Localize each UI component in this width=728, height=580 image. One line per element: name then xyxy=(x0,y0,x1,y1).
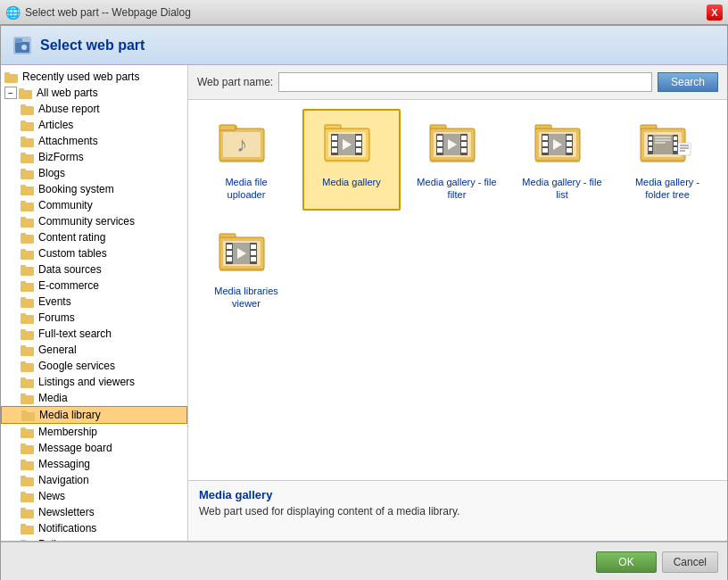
folder-icon xyxy=(21,344,35,356)
svg-rect-43 xyxy=(21,377,26,380)
sidebar-item-news[interactable]: News xyxy=(1,488,187,504)
folder-icon xyxy=(21,360,35,372)
sidebar-item-media-library[interactable]: Media library xyxy=(1,406,187,424)
svg-rect-18 xyxy=(21,186,34,195)
search-input[interactable] xyxy=(278,72,652,92)
folder-icon xyxy=(21,120,35,131)
sidebar-item-custom-tables[interactable]: Custom tables xyxy=(1,245,187,261)
sidebar-item-attachments[interactable]: Attachments xyxy=(1,133,187,149)
svg-rect-120 xyxy=(542,148,548,153)
ok-button[interactable]: OK xyxy=(596,551,656,573)
sidebar-item-media[interactable]: Media xyxy=(1,390,187,406)
icon-item-media-file-uploader[interactable]: ♪ Media file uploader xyxy=(197,109,295,211)
sidebar-item-community-services[interactable]: Community services xyxy=(1,213,187,229)
svg-rect-5 xyxy=(4,72,10,75)
svg-rect-37 xyxy=(21,329,26,332)
sidebar-item-blogs[interactable]: Blogs xyxy=(1,165,187,181)
sidebar-item-general[interactable]: General xyxy=(1,342,187,358)
svg-rect-110 xyxy=(461,148,467,153)
search-button[interactable]: Search xyxy=(658,72,718,92)
folder-icon xyxy=(4,71,19,83)
icon-item-media-gallery-file-filter[interactable]: Media gallery - file filter xyxy=(408,109,506,211)
folder-icon xyxy=(21,232,35,244)
sidebar-item-recently-used[interactable]: Recently used web parts xyxy=(1,69,187,85)
svg-rect-156 xyxy=(251,244,256,249)
svg-rect-49 xyxy=(21,427,26,430)
svg-rect-11 xyxy=(21,120,26,123)
header-icon xyxy=(12,35,33,56)
svg-rect-157 xyxy=(251,251,256,255)
sidebar-item-booking-system[interactable]: Booking system xyxy=(1,181,187,197)
sidebar-item-bizforms[interactable]: BizForms xyxy=(1,149,187,165)
icon-svg-media-gallery-file-filter xyxy=(428,118,485,170)
svg-rect-23 xyxy=(21,217,26,220)
icon-item-media-gallery[interactable]: Media gallery xyxy=(302,109,401,211)
title-bar: 🌐 Select web part -- Webpage Dialog X xyxy=(0,0,728,25)
folder-icon xyxy=(21,216,35,228)
svg-point-3 xyxy=(21,45,27,50)
svg-rect-21 xyxy=(21,201,26,203)
folder-icon xyxy=(21,410,36,421)
sidebar-item-all-web-parts[interactable]: − All web parts xyxy=(1,85,187,101)
folder-icon xyxy=(21,377,35,388)
icon-item-media-gallery-folder-tree[interactable]: Media gallery - folder tree xyxy=(618,109,716,211)
sidebar-item-articles[interactable]: Articles xyxy=(1,117,187,133)
tree-toggle[interactable]: − xyxy=(4,87,17,99)
sidebar-item-newsletters[interactable]: Newsletters xyxy=(1,504,187,520)
svg-rect-34 xyxy=(21,315,34,324)
svg-rect-95 xyxy=(356,142,361,146)
sidebar-item-message-board[interactable]: Message board xyxy=(1,440,187,456)
svg-rect-92 xyxy=(332,148,337,153)
sidebar-item-data-sources[interactable]: Data sources xyxy=(1,261,187,278)
svg-rect-137 xyxy=(674,142,677,145)
sidebar-item-e-commerce[interactable]: E-commerce xyxy=(1,278,187,294)
svg-rect-53 xyxy=(21,460,26,462)
folder-icon xyxy=(21,280,35,292)
svg-rect-42 xyxy=(21,379,34,388)
svg-rect-27 xyxy=(21,249,26,252)
folder-icon xyxy=(21,427,35,438)
sidebar-item-community[interactable]: Community xyxy=(1,197,187,213)
svg-rect-52 xyxy=(21,461,34,470)
icon-item-media-libraries-viewer[interactable]: Media libraries viewer xyxy=(197,218,295,319)
svg-rect-4 xyxy=(4,74,18,83)
folder-icon xyxy=(21,443,35,454)
sidebar-item-full-text-search[interactable]: Full-text search xyxy=(1,326,187,342)
sidebar-item-content-rating[interactable]: Content rating xyxy=(1,229,187,245)
icon-item-media-gallery-file-list[interactable]: Media gallery - file list xyxy=(513,109,611,211)
svg-rect-91 xyxy=(332,142,337,146)
svg-rect-2 xyxy=(15,38,22,43)
svg-rect-63 xyxy=(21,540,26,542)
search-bar: Web part name: Search xyxy=(188,65,727,100)
content-area: Web part name: Search ♪ Media file uploa… xyxy=(188,65,727,541)
close-button[interactable]: X xyxy=(707,4,723,21)
sidebar-item-messaging[interactable]: Messaging xyxy=(1,456,187,472)
svg-rect-58 xyxy=(21,510,34,518)
svg-rect-29 xyxy=(21,265,26,268)
svg-rect-8 xyxy=(21,106,34,115)
sidebar-item-notifications[interactable]: Notifications xyxy=(1,520,187,536)
sidebar-item-polls[interactable]: Polls xyxy=(1,536,187,541)
svg-text:♪: ♪ xyxy=(236,132,247,156)
description-title: Media gallery xyxy=(199,488,716,501)
sidebar-item-listings-and-viewers[interactable]: Listings and viewers xyxy=(1,374,187,390)
svg-rect-134 xyxy=(649,147,652,151)
svg-rect-59 xyxy=(21,508,26,510)
svg-rect-109 xyxy=(461,142,467,146)
sidebar-item-navigation[interactable]: Navigation xyxy=(1,472,187,488)
svg-rect-56 xyxy=(21,493,34,502)
icons-grid[interactable]: ♪ Media file uploader Media gallery xyxy=(188,100,727,480)
sidebar-item-events[interactable]: Events xyxy=(1,294,187,310)
folder-icon xyxy=(21,104,35,115)
sidebar-item-abuse-report[interactable]: Abuse report xyxy=(1,101,187,117)
svg-rect-118 xyxy=(542,136,548,140)
sidebar[interactable]: Recently used web parts − All web parts … xyxy=(1,65,188,541)
sidebar-item-google-services[interactable]: Google services xyxy=(1,358,187,374)
cancel-button[interactable]: Cancel xyxy=(662,551,718,573)
svg-rect-154 xyxy=(227,257,232,261)
svg-rect-153 xyxy=(227,251,232,255)
sidebar-item-forums[interactable]: Forums xyxy=(1,310,187,326)
svg-rect-106 xyxy=(437,148,443,153)
sidebar-item-membership[interactable]: Membership xyxy=(1,424,187,440)
svg-rect-108 xyxy=(461,136,467,140)
